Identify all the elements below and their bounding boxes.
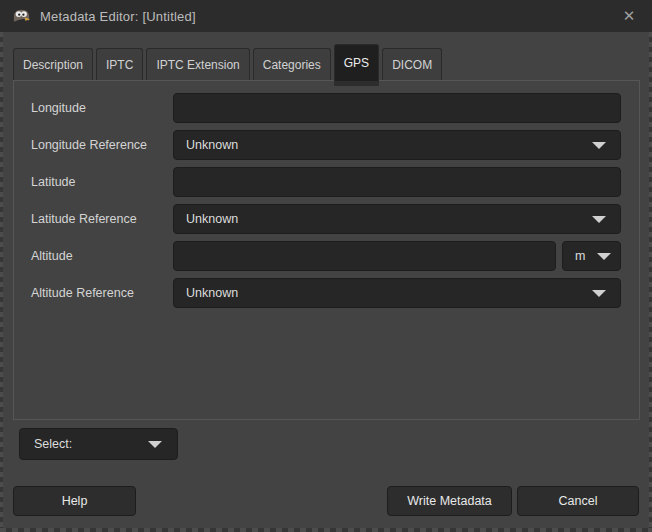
write-metadata-button[interactable]: Write Metadata (387, 486, 512, 516)
altitude-reference-dropdown[interactable]: Unknown (173, 278, 621, 308)
window-resize-edge-bottom[interactable] (0, 528, 652, 532)
gps-tab-panel: Longitude Longitude Reference Unknown La… (13, 80, 640, 420)
latitude-reference-dropdown[interactable]: Unknown (173, 204, 621, 234)
metadata-editor-dialog: Metadata Editor: [Untitled] ✕ Descriptio… (0, 0, 652, 532)
gps-form: Longitude Longitude Reference Unknown La… (14, 81, 639, 308)
help-button[interactable]: Help (13, 486, 136, 516)
gimp-wilber-icon (12, 8, 31, 24)
altitude-field[interactable] (173, 241, 556, 271)
tab-gps[interactable]: GPS (334, 44, 379, 81)
latitude-field[interactable] (173, 167, 621, 197)
chevron-down-icon (597, 253, 611, 260)
tab-dicom[interactable]: DICOM (382, 48, 442, 81)
latitude-reference-label: Latitude Reference (31, 204, 173, 234)
metadata-tabbar: Description IPTC IPTC Extension Categori… (13, 44, 640, 81)
tab-iptc[interactable]: IPTC (96, 48, 143, 81)
altitude-unit-value: m (575, 249, 597, 263)
longitude-reference-value: Unknown (186, 138, 592, 152)
longitude-reference-label: Longitude Reference (31, 130, 173, 160)
longitude-field[interactable] (173, 93, 621, 123)
titlebar[interactable]: Metadata Editor: [Untitled] ✕ (0, 0, 652, 32)
longitude-reference-dropdown[interactable]: Unknown (173, 130, 621, 160)
tab-iptc-extension[interactable]: IPTC Extension (146, 48, 249, 81)
altitude-label: Altitude (31, 241, 173, 271)
close-icon[interactable]: ✕ (618, 5, 640, 27)
chevron-down-icon (592, 216, 606, 223)
chevron-down-icon (592, 142, 606, 149)
chevron-down-icon (148, 441, 162, 448)
window-title: Metadata Editor: [Untitled] (40, 9, 196, 24)
altitude-reference-value: Unknown (186, 286, 592, 300)
chevron-down-icon (592, 290, 606, 297)
altitude-unit-dropdown[interactable]: m (562, 241, 621, 271)
longitude-label: Longitude (31, 93, 173, 123)
window-resize-edge-left[interactable] (0, 32, 3, 532)
select-dropdown[interactable]: Select: (19, 428, 178, 460)
tab-description[interactable]: Description (13, 48, 93, 81)
altitude-row: m (173, 241, 621, 271)
altitude-reference-label: Altitude Reference (31, 278, 173, 308)
latitude-reference-value: Unknown (186, 212, 592, 226)
cancel-button[interactable]: Cancel (517, 486, 639, 516)
tab-categories[interactable]: Categories (253, 48, 331, 81)
latitude-label: Latitude (31, 167, 173, 197)
select-dropdown-label: Select: (34, 437, 148, 451)
